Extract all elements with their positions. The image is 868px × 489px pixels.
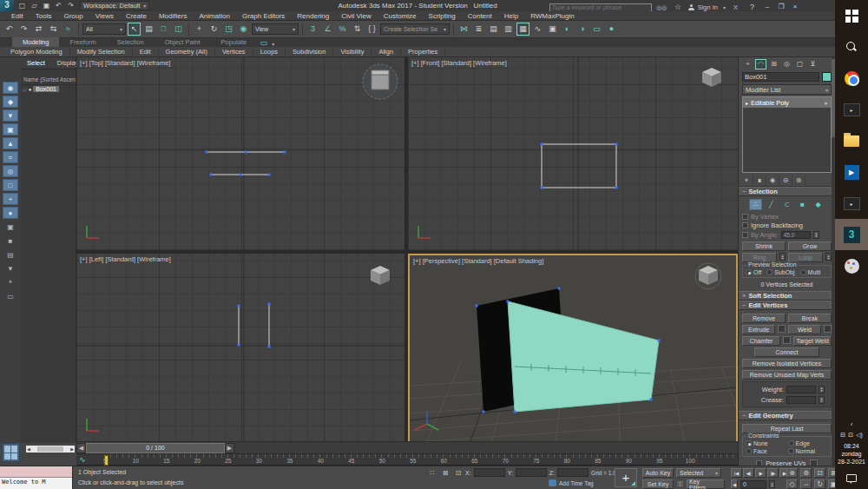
ribbon-tab[interactable]: Populate — [211, 37, 258, 47]
zoom-icon[interactable]: ⊕ — [786, 468, 798, 478]
list-item[interactable]: ◇ ● Box001 — [21, 85, 76, 93]
rectangular-selection-region-icon[interactable]: □ — [157, 23, 170, 36]
viewport-label[interactable]: [+] [Front] [Standard] [Wireframe] — [411, 59, 507, 67]
utilities-tab-icon[interactable]: ⊻ — [807, 59, 819, 69]
unlink-selection-icon[interactable]: ⇆ — [47, 23, 60, 36]
chamfer-button[interactable]: Chamfer — [742, 336, 780, 346]
hierarchy-tab-icon[interactable]: ⊞ — [768, 59, 779, 69]
undo-icon[interactable]: ↶ — [3, 23, 16, 36]
ribbon-panel[interactable]: Geometry (All) — [159, 48, 215, 56]
ribbon-panel[interactable]: Align — [372, 48, 401, 56]
rendered-frame-window-icon[interactable]: ▭ — [590, 23, 603, 36]
material-editor-icon[interactable]: ◐ — [561, 23, 574, 36]
open-file-icon[interactable]: ▱ — [30, 1, 39, 10]
ribbon-panel[interactable]: Visibility — [333, 48, 372, 56]
menu-item[interactable]: Help — [498, 12, 524, 20]
previous-key-button[interactable]: ◀ — [731, 479, 738, 489]
display-geometry-icon[interactable]: ◉ — [3, 82, 18, 94]
chevron-down-icon[interactable]: ▾ — [272, 41, 274, 47]
ribbon-toggle-icon[interactable]: ▦ — [516, 23, 529, 36]
viewcube[interactable] — [371, 266, 390, 285]
motion-tab-icon[interactable]: ◎ — [781, 59, 792, 69]
remove-button[interactable]: Remove — [742, 314, 786, 323]
rollout-edit-vertices[interactable]: −Edit Vertices⁚ — [739, 301, 835, 310]
expand-icon[interactable]: ▸ — [746, 100, 748, 106]
ribbon-panel[interactable]: Polygon Modeling — [3, 48, 70, 56]
workspace-dropdown[interactable]: Workspace: Default ▾ — [80, 1, 149, 10]
create-tab-icon[interactable]: + — [742, 59, 753, 69]
menu-item[interactable]: Scripting — [423, 12, 462, 20]
constraint-radio[interactable]: Face — [746, 448, 786, 454]
ribbon-tab[interactable]: Selection — [107, 37, 155, 47]
menu-item[interactable]: Tools — [30, 12, 58, 20]
display-groups-icon[interactable]: ◎ — [3, 165, 18, 177]
sync-selection-icon[interactable]: ■ — [3, 235, 18, 247]
crease-field[interactable] — [786, 396, 816, 404]
paint-3d-icon[interactable] — [835, 250, 868, 281]
teal-plane[interactable] — [508, 301, 659, 412]
menu-item[interactable]: Civil View — [335, 12, 378, 20]
undo-icon[interactable]: ↶ — [54, 1, 63, 10]
go-to-start-button[interactable]: |◀ — [731, 468, 742, 478]
viewport-top[interactable]: [+] [Top] [Standard] [Wireframe] — [76, 57, 404, 250]
modifier-stack[interactable]: ▸ Editable Poly ∗ — [742, 96, 832, 173]
curve-editor-icon[interactable]: ∿ — [531, 23, 544, 36]
polygon-mode-icon[interactable]: ■ — [796, 199, 809, 210]
menu-item[interactable]: Animation — [193, 12, 236, 20]
configure-modifier-sets-icon[interactable]: ⊛ — [795, 175, 806, 185]
ribbon-panel[interactable]: Modify Selection — [70, 48, 133, 56]
redo-icon[interactable]: ↷ — [17, 23, 30, 36]
show-hidden-icons-chevron[interactable]: ‹ — [851, 420, 853, 428]
mirror-icon[interactable]: ⋈ — [457, 23, 470, 36]
viewport-label[interactable]: [+] [Perspective] [Standard] [Default Sh… — [413, 257, 543, 265]
weight-field[interactable] — [786, 386, 816, 393]
render-setup-icon[interactable]: ◑ — [575, 23, 589, 36]
play-button[interactable]: ▶ — [755, 468, 766, 478]
spinner-control[interactable]: ▴▾ — [779, 253, 786, 261]
3dsmax-taskbar-icon[interactable]: 3 — [835, 219, 868, 250]
angle-snap-icon[interactable]: ∠ — [321, 23, 334, 36]
explorer-column-header[interactable]: Name (Sorted Ascen — [21, 69, 76, 85]
ignore-backfacing-checkbox[interactable] — [742, 222, 748, 228]
menu-item[interactable]: Rendering — [291, 12, 335, 20]
show-end-result-icon[interactable]: ∎ — [756, 175, 766, 185]
modify-tab-icon[interactable]: ◠ — [755, 59, 766, 69]
chevron-down-icon[interactable]: ▾ — [723, 4, 726, 10]
modifier-list-dropdown[interactable]: Modifier List▾ — [742, 84, 832, 95]
viewport-front[interactable]: [+] [Front] [Standard] [Wireframe] — [408, 57, 738, 250]
auto-key-button[interactable]: Auto Key — [642, 468, 674, 478]
media-app-icon-2[interactable]: ▸ — [835, 188, 868, 219]
rollout-soft-selection[interactable]: +Soft Selection⁚ — [739, 291, 835, 301]
viewcube[interactable] — [702, 68, 721, 87]
rollout-selection[interactable]: −Selection⁚ — [739, 187, 835, 196]
grow-button[interactable]: Grow — [788, 241, 832, 251]
search-icon[interactable] — [835, 31, 868, 63]
menu-item[interactable]: Views — [89, 12, 120, 20]
z-coordinate-field[interactable] — [557, 468, 589, 477]
add-time-tag-button[interactable]: Add Time Tag — [559, 480, 594, 486]
maxscript-mini-listener[interactable]: Welcome to M — [0, 466, 73, 489]
save-file-icon[interactable]: ▣ — [42, 1, 51, 10]
menu-item[interactable]: Create — [120, 12, 153, 20]
vertex-mode-icon[interactable]: ∴ — [749, 199, 762, 210]
display-shapes-icon[interactable]: ◆ — [3, 96, 18, 108]
selected-set-dropdown[interactable]: Selected▾ — [676, 468, 721, 478]
file-explorer-icon[interactable] — [835, 125, 868, 156]
remove-unused-map-verts-button[interactable]: Remove Unused Map Verts — [742, 370, 832, 380]
pin-explorer-icon[interactable]: ⌖ — [3, 276, 18, 288]
viewcube[interactable] — [363, 64, 398, 99]
border-mode-icon[interactable]: ⊂ — [780, 199, 793, 210]
media-app-icon[interactable]: ▸ — [835, 94, 868, 125]
next-frame-arrow[interactable]: ▶ — [225, 443, 234, 453]
ribbon-config-icon[interactable]: ▭ — [257, 39, 270, 47]
select-and-place-icon[interactable]: ◉ — [237, 23, 250, 36]
field-of-view-icon[interactable]: ◇ — [786, 479, 798, 489]
by-angle-checkbox[interactable] — [742, 232, 748, 238]
ribbon-panel[interactable]: Edit — [133, 48, 159, 56]
display-lights-icon[interactable]: ▼ — [3, 109, 18, 122]
display-cameras-icon[interactable]: ▣ — [3, 123, 18, 135]
spinner-snap-icon[interactable]: ⇅ — [351, 23, 364, 36]
window-crossing-icon[interactable]: ◫ — [172, 23, 185, 36]
spinner-control[interactable]: ▴▾ — [819, 386, 825, 393]
tray-pen-icon[interactable]: ⊟ — [840, 432, 845, 439]
